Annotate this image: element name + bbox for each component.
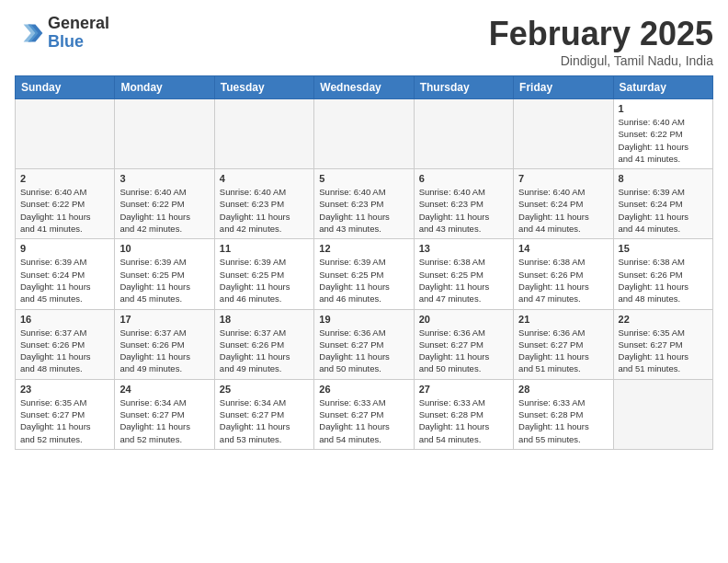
day-number: 1 — [619, 103, 708, 114]
day-number: 10 — [119, 243, 209, 254]
logo-blue: Blue — [48, 33, 109, 52]
day-number: 11 — [220, 243, 309, 254]
day-info: Sunrise: 6:40 AM Sunset: 6:22 PM Dayligh… — [619, 116, 708, 165]
calendar-cell: 25Sunrise: 6:34 AM Sunset: 6:27 PM Dayli… — [214, 379, 313, 449]
calendar-week-row: 1Sunrise: 6:40 AM Sunset: 6:22 PM Daylig… — [16, 99, 713, 169]
calendar-cell — [414, 99, 513, 169]
day-info: Sunrise: 6:33 AM Sunset: 6:28 PM Dayligh… — [419, 396, 508, 445]
calendar-cell: 23Sunrise: 6:35 AM Sunset: 6:27 PM Dayli… — [16, 379, 115, 449]
calendar-cell: 10Sunrise: 6:39 AM Sunset: 6:25 PM Dayli… — [115, 239, 214, 309]
day-info: Sunrise: 6:34 AM Sunset: 6:27 PM Dayligh… — [119, 396, 209, 445]
day-number: 28 — [518, 384, 608, 395]
calendar-cell: 1Sunrise: 6:40 AM Sunset: 6:22 PM Daylig… — [613, 99, 712, 169]
day-info: Sunrise: 6:39 AM Sunset: 6:24 PM Dayligh… — [619, 186, 708, 235]
day-info: Sunrise: 6:40 AM Sunset: 6:23 PM Dayligh… — [419, 186, 508, 235]
day-number: 23 — [20, 384, 109, 395]
day-info: Sunrise: 6:39 AM Sunset: 6:25 PM Dayligh… — [220, 256, 309, 304]
month-title: February 2025 — [489, 15, 713, 53]
day-info: Sunrise: 6:40 AM Sunset: 6:23 PM Dayligh… — [319, 186, 408, 235]
day-info: Sunrise: 6:36 AM Sunset: 6:27 PM Dayligh… — [319, 327, 408, 375]
calendar-cell: 12Sunrise: 6:39 AM Sunset: 6:25 PM Dayli… — [314, 239, 414, 309]
day-number: 17 — [119, 314, 209, 325]
calendar-cell: 7Sunrise: 6:40 AM Sunset: 6:24 PM Daylig… — [514, 169, 613, 239]
page-header: General Blue February 2025 Dindigul, Tam… — [15, 15, 713, 68]
logo: General Blue — [15, 15, 109, 52]
weekday-header: Sunday — [16, 76, 115, 99]
day-info: Sunrise: 6:39 AM Sunset: 6:24 PM Dayligh… — [20, 256, 109, 304]
day-number: 14 — [518, 243, 608, 254]
calendar-cell: 18Sunrise: 6:37 AM Sunset: 6:26 PM Dayli… — [214, 309, 313, 379]
day-info: Sunrise: 6:38 AM Sunset: 6:26 PM Dayligh… — [619, 256, 708, 304]
day-info: Sunrise: 6:35 AM Sunset: 6:27 PM Dayligh… — [619, 327, 708, 375]
calendar-cell — [613, 379, 712, 449]
calendar-cell: 4Sunrise: 6:40 AM Sunset: 6:23 PM Daylig… — [214, 169, 313, 239]
day-info: Sunrise: 6:39 AM Sunset: 6:25 PM Dayligh… — [119, 256, 209, 304]
calendar-week-row: 9Sunrise: 6:39 AM Sunset: 6:24 PM Daylig… — [16, 239, 713, 309]
calendar-cell — [214, 99, 313, 169]
weekday-header: Wednesday — [314, 76, 414, 99]
calendar-cell: 24Sunrise: 6:34 AM Sunset: 6:27 PM Dayli… — [115, 379, 214, 449]
day-info: Sunrise: 6:38 AM Sunset: 6:26 PM Dayligh… — [518, 256, 608, 304]
calendar-cell: 27Sunrise: 6:33 AM Sunset: 6:28 PM Dayli… — [414, 379, 513, 449]
weekday-header: Saturday — [613, 76, 712, 99]
day-number: 13 — [419, 243, 508, 254]
day-number: 5 — [319, 173, 408, 184]
day-info: Sunrise: 6:37 AM Sunset: 6:26 PM Dayligh… — [119, 327, 209, 375]
day-info: Sunrise: 6:38 AM Sunset: 6:25 PM Dayligh… — [419, 256, 508, 304]
logo-general: General — [48, 15, 109, 33]
calendar-cell — [314, 99, 414, 169]
calendar-cell — [16, 99, 115, 169]
day-info: Sunrise: 6:35 AM Sunset: 6:27 PM Dayligh… — [20, 396, 109, 445]
weekday-header: Thursday — [414, 76, 513, 99]
day-info: Sunrise: 6:39 AM Sunset: 6:25 PM Dayligh… — [319, 256, 408, 304]
calendar-week-row: 16Sunrise: 6:37 AM Sunset: 6:26 PM Dayli… — [16, 309, 713, 379]
day-info: Sunrise: 6:36 AM Sunset: 6:27 PM Dayligh… — [419, 327, 508, 375]
calendar-cell: 8Sunrise: 6:39 AM Sunset: 6:24 PM Daylig… — [613, 169, 712, 239]
calendar-cell: 22Sunrise: 6:35 AM Sunset: 6:27 PM Dayli… — [613, 309, 712, 379]
day-info: Sunrise: 6:37 AM Sunset: 6:26 PM Dayligh… — [20, 327, 109, 375]
calendar-cell: 26Sunrise: 6:33 AM Sunset: 6:27 PM Dayli… — [314, 379, 414, 449]
logo-text: General Blue — [48, 15, 109, 52]
day-number: 27 — [419, 384, 508, 395]
day-number: 9 — [20, 243, 109, 254]
location: Dindigul, Tamil Nadu, India — [489, 53, 713, 68]
day-number: 18 — [220, 314, 309, 325]
day-number: 3 — [119, 173, 209, 184]
calendar-cell — [514, 99, 613, 169]
day-info: Sunrise: 6:34 AM Sunset: 6:27 PM Dayligh… — [220, 396, 309, 445]
calendar-cell: 11Sunrise: 6:39 AM Sunset: 6:25 PM Dayli… — [214, 239, 313, 309]
calendar-cell: 3Sunrise: 6:40 AM Sunset: 6:22 PM Daylig… — [115, 169, 214, 239]
day-info: Sunrise: 6:40 AM Sunset: 6:23 PM Dayligh… — [220, 186, 309, 235]
day-info: Sunrise: 6:40 AM Sunset: 6:22 PM Dayligh… — [20, 186, 109, 235]
calendar-cell: 28Sunrise: 6:33 AM Sunset: 6:28 PM Dayli… — [514, 379, 613, 449]
calendar-week-row: 23Sunrise: 6:35 AM Sunset: 6:27 PM Dayli… — [16, 379, 713, 449]
calendar-cell: 16Sunrise: 6:37 AM Sunset: 6:26 PM Dayli… — [16, 309, 115, 379]
calendar-cell — [115, 99, 214, 169]
calendar-cell: 19Sunrise: 6:36 AM Sunset: 6:27 PM Dayli… — [314, 309, 414, 379]
day-number: 16 — [20, 314, 109, 325]
calendar-cell: 20Sunrise: 6:36 AM Sunset: 6:27 PM Dayli… — [414, 309, 513, 379]
day-info: Sunrise: 6:40 AM Sunset: 6:22 PM Dayligh… — [119, 186, 209, 235]
calendar-cell: 15Sunrise: 6:38 AM Sunset: 6:26 PM Dayli… — [613, 239, 712, 309]
day-number: 22 — [619, 314, 708, 325]
day-info: Sunrise: 6:33 AM Sunset: 6:27 PM Dayligh… — [319, 396, 408, 445]
day-info: Sunrise: 6:36 AM Sunset: 6:27 PM Dayligh… — [518, 327, 608, 375]
day-number: 26 — [319, 384, 408, 395]
day-number: 21 — [518, 314, 608, 325]
calendar-cell: 9Sunrise: 6:39 AM Sunset: 6:24 PM Daylig… — [16, 239, 115, 309]
day-number: 15 — [619, 243, 708, 254]
day-number: 2 — [20, 173, 109, 184]
day-number: 8 — [619, 173, 708, 184]
day-number: 6 — [419, 173, 508, 184]
day-number: 7 — [518, 173, 608, 184]
weekday-header: Monday — [115, 76, 214, 99]
calendar-cell: 14Sunrise: 6:38 AM Sunset: 6:26 PM Dayli… — [514, 239, 613, 309]
day-info: Sunrise: 6:33 AM Sunset: 6:28 PM Dayligh… — [518, 396, 608, 445]
day-info: Sunrise: 6:40 AM Sunset: 6:24 PM Dayligh… — [518, 186, 608, 235]
weekday-header-row: SundayMondayTuesdayWednesdayThursdayFrid… — [16, 76, 713, 99]
title-area: February 2025 Dindigul, Tamil Nadu, Indi… — [489, 15, 713, 68]
calendar-cell: 13Sunrise: 6:38 AM Sunset: 6:25 PM Dayli… — [414, 239, 513, 309]
day-number: 12 — [319, 243, 408, 254]
calendar-week-row: 2Sunrise: 6:40 AM Sunset: 6:22 PM Daylig… — [16, 169, 713, 239]
calendar-cell: 6Sunrise: 6:40 AM Sunset: 6:23 PM Daylig… — [414, 169, 513, 239]
